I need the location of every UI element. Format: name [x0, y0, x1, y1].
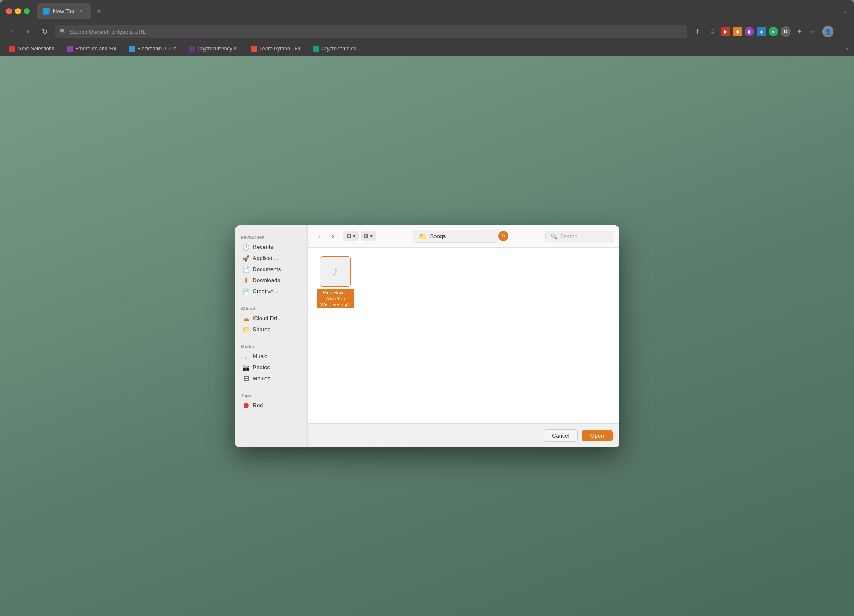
file-dialog: Favourites 🕐 Recents 🚀 Applicati... 📄 Do… — [235, 225, 619, 447]
path-refresh-button[interactable]: ↻ — [498, 231, 508, 241]
section-favourites-label: Favourites — [235, 231, 307, 242]
browser-chrome: 🌐 New Tab ✕ + ⌄ ‹ › ↻ 🔍 Search Qsearch o… — [0, 0, 854, 56]
search-icon: 🔍 — [551, 233, 558, 239]
bookmark-favicon-1 — [67, 46, 73, 52]
sidebar-item-tag-red-label: Red — [253, 402, 263, 409]
sidebar-item-applications-label: Applicati... — [253, 255, 279, 261]
bookmark-label-4: Learn Python - Fu... — [259, 46, 305, 52]
minimize-button[interactable] — [15, 8, 21, 14]
sidebar-item-music[interactable]: ♪ Music — [237, 351, 305, 362]
toolbar-back-button[interactable]: ‹ — [314, 230, 326, 242]
back-button[interactable]: ‹ — [6, 26, 18, 38]
bookmark-label-3: Cryptocurrency A-... — [197, 46, 243, 52]
extension-icon-3[interactable]: ◉ — [745, 27, 754, 36]
refresh-button[interactable]: ↻ — [38, 26, 50, 38]
bookmark-label-0: More Selections... — [18, 46, 59, 52]
bookmark-icon[interactable]: ☆ — [706, 26, 718, 38]
tab-bar: 🌐 New Tab ✕ + — [37, 3, 839, 19]
toolbar-nav: ‹ › — [314, 230, 339, 242]
sidebar-item-icloud-drive[interactable]: ☁ iCloud Dri... — [237, 313, 305, 324]
bookmarks-bar: More Selections... Ethereum and Sol... B… — [0, 41, 854, 56]
profile-initial[interactable]: R — [781, 26, 791, 37]
view-icon-chevron: ▾ — [353, 233, 355, 239]
file-sidebar: Favourites 🕐 Recents 🚀 Applicati... 📄 Do… — [235, 225, 308, 447]
bookmark-item-4[interactable]: Learn Python - Fu... — [248, 44, 308, 53]
sidebar-divider-2 — [239, 338, 303, 338]
sidebar-item-creative[interactable]: 📄 Creative... — [237, 286, 305, 297]
bookmark-item-3[interactable]: Cryptocurrency A-... — [186, 44, 246, 53]
sidebar-item-movies[interactable]: 🎞 Movies — [237, 373, 305, 384]
view-icon-button[interactable]: ⊞ ▾ — [343, 231, 359, 241]
extension-icon-5[interactable]: ● — [769, 27, 778, 36]
recents-icon: 🕐 — [243, 244, 249, 251]
view-grid-button[interactable]: ⊞ ▾ — [361, 231, 376, 241]
file-item-0[interactable]: ♪ Pink Floyd - Wish You Wer...ere.mp3 — [316, 256, 355, 309]
sidebar-item-photos-label: Photos — [253, 364, 270, 371]
cancel-button[interactable]: Cancel — [544, 429, 577, 442]
tab-chevron-icon[interactable]: ⌄ — [843, 8, 848, 15]
address-bar[interactable]: 🔍 Search Qsearch or type a URL — [55, 25, 687, 38]
bookmark-label-2: Blockchain A-Z™... — [137, 46, 181, 52]
sidebar-item-tag-red[interactable]: Red — [237, 400, 305, 411]
tab-close-button[interactable]: ✕ — [78, 8, 85, 15]
file-area[interactable]: ♪ Pink Floyd - Wish You Wer...ere.mp3 — [308, 248, 619, 423]
view-grid-chevron: ▾ — [370, 233, 373, 239]
sidebar-item-photos[interactable]: 📷 Photos — [237, 362, 305, 373]
sidebar-item-applications[interactable]: 🚀 Applicati... — [237, 253, 305, 264]
view-icon-symbol: ⊞ — [347, 233, 351, 239]
new-tab-button[interactable]: + — [92, 5, 105, 18]
bookmark-label-5: CryptoZombies -... — [321, 46, 364, 52]
tab-title: New Tab — [53, 8, 74, 15]
section-icloud-label: iCloud — [235, 303, 307, 313]
documents-icon: 📄 — [243, 266, 249, 273]
active-tab[interactable]: 🌐 New Tab ✕ — [37, 3, 91, 19]
main-panel: ‹ › ⊞ ▾ ⊞ ▾ — [308, 225, 619, 447]
forward-button[interactable]: › — [22, 26, 34, 38]
profile-icon[interactable]: 👤 — [822, 26, 833, 37]
open-button[interactable]: Open — [582, 430, 613, 441]
section-tags-label: Tags — [235, 390, 307, 400]
extensions-icon[interactable]: ✦ — [793, 26, 805, 38]
maximize-button[interactable] — [24, 8, 30, 14]
tag-red-icon — [243, 402, 249, 409]
bookmark-item-5[interactable]: CryptoZombies -... — [310, 44, 367, 53]
shared-icon: 📁 — [243, 326, 249, 333]
sidebar-item-icloud-label: iCloud Dri... — [253, 315, 282, 321]
sidebar-item-recents[interactable]: 🕐 Recents — [237, 242, 305, 253]
address-text: Search Qsearch or type a URL — [70, 29, 146, 35]
close-button[interactable] — [6, 8, 12, 14]
dialog-body: Favourites 🕐 Recents 🚀 Applicati... 📄 Do… — [235, 225, 619, 447]
bookmarks-more-icon[interactable]: » — [845, 46, 848, 52]
path-name-text: Songs — [430, 233, 446, 239]
downloads-icon: ⬇ — [243, 277, 249, 284]
extension-icon-1[interactable]: ▶ — [721, 27, 730, 36]
tab-favicon: 🌐 — [43, 8, 50, 15]
sidebar-item-downloads[interactable]: ⬇ Downloads — [237, 275, 305, 286]
bookmark-favicon-2 — [129, 46, 135, 52]
sidebar-divider-3 — [239, 387, 303, 387]
address-search-icon: 🔍 — [60, 29, 66, 35]
menu-icon[interactable]: ⋮ — [836, 26, 848, 38]
share-icon[interactable]: ⬆ — [692, 26, 704, 38]
sidebar-toggle-icon[interactable]: ▭ — [808, 26, 820, 38]
sidebar-item-shared[interactable]: 📁 Shared — [237, 324, 305, 335]
sidebar-item-shared-label: Shared — [253, 326, 271, 333]
section-media-label: Media — [235, 341, 307, 351]
applications-icon: 🚀 — [243, 255, 249, 262]
sidebar-item-music-label: Music — [253, 353, 267, 359]
path-display: 📁 Songs — [413, 230, 498, 243]
nav-bar: ‹ › ↻ 🔍 Search Qsearch or type a URL ⬆ ☆… — [0, 22, 854, 41]
sidebar-item-documents[interactable]: 📄 Documents — [237, 264, 305, 275]
search-bar[interactable]: 🔍 Search — [545, 231, 613, 242]
sidebar-item-documents-label: Documents — [253, 266, 281, 272]
bookmark-favicon-5 — [313, 46, 319, 52]
bookmark-item-0[interactable]: More Selections... — [6, 44, 62, 53]
creative-icon: 📄 — [243, 288, 249, 295]
extension-icon-2[interactable]: ◆ — [733, 27, 742, 36]
bookmark-item-2[interactable]: Blockchain A-Z™... — [126, 44, 184, 53]
bookmark-item-1[interactable]: Ethereum and Sol... — [64, 44, 124, 53]
title-bar: 🌐 New Tab ✕ + ⌄ — [0, 0, 854, 22]
toolbar-forward-button[interactable]: › — [327, 230, 339, 242]
view-grid-symbol: ⊞ — [364, 233, 368, 239]
extension-icon-4[interactable]: ◈ — [757, 27, 766, 36]
